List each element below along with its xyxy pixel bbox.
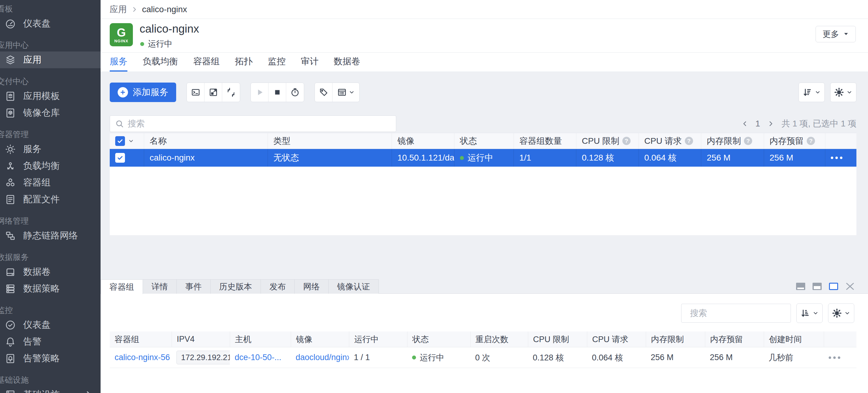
row-checkbox[interactable] — [115, 153, 125, 163]
arrow-right-icon[interactable] — [81, 389, 93, 393]
sidebar-item-static-network[interactable]: 静态链路网络 — [0, 227, 100, 244]
tab-load-balancer[interactable]: 负载均衡 — [143, 53, 178, 72]
tab-topology[interactable]: 拓扑 — [235, 53, 253, 72]
service-name[interactable]: calico-nginx — [144, 149, 268, 167]
sidebar-item-label: 告警 — [23, 335, 41, 348]
col-ipv4[interactable]: IPV4 — [172, 331, 230, 347]
tag-button[interactable] — [315, 83, 333, 102]
panel-close-icon[interactable] — [845, 282, 855, 291]
col-restarts[interactable]: 重启次数 — [470, 331, 528, 347]
sidebar-item-app-templates[interactable]: 应用模板 — [0, 88, 100, 104]
sidebar-item-label: 数据卷 — [23, 266, 51, 278]
table-settings-button[interactable] — [830, 83, 857, 102]
sidebar-item-label: 负载均衡 — [23, 160, 60, 172]
help-icon[interactable]: ? — [685, 137, 693, 145]
tab-audit[interactable]: 审计 — [301, 53, 318, 72]
sidebar-item-image-registry[interactable]: 镜像仓库 — [0, 104, 100, 121]
more-actions-button[interactable] — [333, 83, 359, 102]
panel-size-small-icon[interactable] — [796, 282, 806, 291]
sidebar-item-volumes[interactable]: 数据卷 — [0, 264, 100, 280]
sidebar-section-app-center: 应用中心 应用 — [0, 39, 100, 68]
more-button[interactable]: 更多 — [815, 26, 856, 42]
breadcrumb-parent[interactable]: 应用 — [110, 4, 127, 15]
page-next-icon[interactable] — [768, 120, 774, 127]
table-row[interactable]: calico-nginx 无状态 10.50.1.121/daoc 运行中 1/… — [110, 149, 857, 167]
sidebar-item-applications[interactable]: 应用 — [0, 52, 100, 68]
sidebar-item-infrastructure[interactable]: 基础设施 — [0, 386, 100, 393]
scale-icon — [209, 88, 218, 97]
panel-tab-history[interactable]: 历史版本 — [211, 280, 261, 294]
pod-name-link[interactable]: calico-nginx-56 — [115, 353, 170, 362]
data-policy-icon — [5, 283, 16, 294]
sidebar-item-alerts[interactable]: 告警 — [0, 333, 100, 350]
col-image[interactable]: 镜像 — [291, 331, 349, 347]
col-cpu-request[interactable]: CPU 请求 — [587, 331, 646, 347]
scale-button[interactable] — [205, 83, 222, 102]
sidebar-item-alert-policies[interactable]: 告警策略 — [0, 350, 100, 367]
sidebar-item-monitor-dashboard[interactable]: 仪表盘 — [0, 317, 100, 333]
panel-size-half-icon[interactable] — [812, 282, 822, 291]
chevron-right-icon — [131, 6, 138, 13]
stop-button[interactable] — [269, 83, 286, 102]
col-mem-reserve[interactable]: 内存预留 — [705, 331, 764, 347]
panel-tab-details[interactable]: 详情 — [143, 280, 177, 294]
search-input[interactable] — [128, 119, 391, 129]
services-toolbar: 添加服务 — [110, 82, 857, 102]
col-mem-limit[interactable]: 内存限制 ? — [701, 133, 764, 149]
col-cpu-request[interactable]: CPU 请求 ? — [639, 133, 701, 149]
col-status[interactable]: 状态 — [407, 331, 470, 347]
panel-tab-pods[interactable]: 容器组 — [100, 280, 143, 294]
help-icon[interactable]: ? — [744, 137, 752, 145]
col-type[interactable]: 类型 — [268, 133, 392, 149]
pod-image-link[interactable]: daocloud/nginx — [296, 353, 349, 362]
sidebar-item-dashboard[interactable]: 仪表盘 — [0, 15, 100, 32]
table-row[interactable]: calico-nginx-56 172.29.192.216 dce-10-50… — [110, 347, 857, 368]
col-cpu-limit[interactable]: CPU 限制 — [528, 331, 587, 347]
col-running[interactable]: 运行中 — [349, 331, 407, 347]
restart-button[interactable] — [286, 83, 304, 102]
col-host[interactable]: 主机 — [230, 331, 291, 347]
tab-services[interactable]: 服务 — [110, 53, 127, 72]
row-actions-icon[interactable] — [831, 157, 842, 159]
sort-button[interactable] — [799, 83, 825, 102]
help-icon[interactable]: ? — [622, 137, 630, 145]
tab-pods[interactable]: 容器组 — [193, 53, 220, 72]
col-cpu-limit[interactable]: CPU 限制 ? — [576, 133, 639, 149]
tab-volumes[interactable]: 数据卷 — [334, 53, 360, 72]
panel-tab-network[interactable]: 网络 — [295, 280, 329, 294]
col-mem-reserve[interactable]: 内存预留 ? — [764, 133, 825, 149]
pods-search-input[interactable] — [690, 308, 800, 318]
panel-tab-image-auth[interactable]: 镜像认证 — [329, 280, 379, 294]
panel-size-max-icon[interactable] — [828, 282, 839, 291]
col-label: 内存限制 — [707, 135, 741, 147]
col-created[interactable]: 创建时间 — [764, 331, 824, 347]
pods-settings-button[interactable] — [828, 303, 854, 323]
pods-sort-button[interactable] — [796, 303, 823, 323]
pod-status: 运行中 — [407, 352, 470, 363]
sidebar-item-pods[interactable]: 容器组 — [0, 174, 100, 191]
add-service-button[interactable]: 添加服务 — [110, 83, 176, 102]
col-status[interactable]: 状态 — [454, 133, 514, 149]
terminal-button[interactable] — [187, 83, 205, 102]
sidebar-item-services[interactable]: 服务 — [0, 141, 100, 158]
start-button[interactable] — [251, 83, 269, 102]
col-pod-count[interactable]: 容器组数量 — [514, 133, 576, 149]
select-all-checkbox[interactable] — [115, 136, 125, 146]
row-actions-icon[interactable] — [829, 356, 840, 359]
pod-host-link[interactable]: dce-10-50-... — [235, 353, 281, 362]
sidebar-item-data-policies[interactable]: 数据策略 — [0, 280, 100, 297]
rolling-update-button[interactable] — [222, 83, 240, 102]
panel-tab-release[interactable]: 发布 — [261, 280, 295, 294]
sidebar-item-config-files[interactable]: 配置文件 — [0, 191, 100, 208]
select-menu-chevron-icon[interactable] — [128, 138, 134, 144]
col-image[interactable]: 镜像 — [392, 133, 454, 149]
col-name[interactable]: 名称 — [144, 133, 268, 149]
load-balancer-icon — [5, 161, 16, 171]
sidebar-item-load-balancer[interactable]: 负载均衡 — [0, 158, 100, 174]
tab-monitoring[interactable]: 监控 — [268, 53, 286, 72]
col-pod[interactable]: 容器组 — [110, 331, 172, 347]
page-prev-icon[interactable] — [742, 120, 748, 127]
help-icon[interactable]: ? — [807, 137, 815, 145]
panel-tab-events[interactable]: 事件 — [177, 280, 211, 294]
col-mem-limit[interactable]: 内存限制 — [646, 331, 705, 347]
